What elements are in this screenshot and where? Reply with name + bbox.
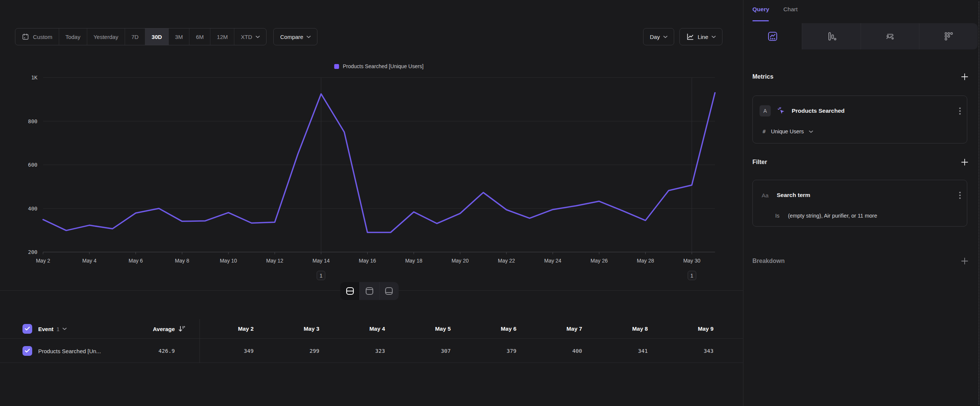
text-property-badge: Aa [759, 192, 771, 199]
add-metric-button[interactable] [961, 73, 969, 81]
legend-label: Products Searched [Unique Users] [343, 63, 424, 69]
select-all-checkbox[interactable] [22, 324, 32, 334]
split-view-button[interactable] [340, 282, 360, 300]
column-header: May 9 [660, 319, 725, 338]
filter-card-row: Aa Search term [759, 189, 961, 201]
toolbar: Custom Today Yesterday 7D 30D 3M 6M 12M … [15, 28, 722, 45]
retention-chart-tab[interactable] [919, 23, 978, 49]
metric-name: Products Searched [792, 107, 845, 114]
filter-operator: Is [775, 213, 783, 219]
line-chart-square-icon [767, 31, 778, 42]
sort-descending-icon[interactable] [178, 325, 185, 332]
cell-value: 307 [397, 339, 463, 363]
metric-letter-badge: A [759, 105, 771, 116]
kebab-menu-icon[interactable] [959, 191, 961, 199]
table-only-view-button[interactable] [379, 282, 399, 300]
svg-text:May 2: May 2 [36, 258, 50, 264]
filter-heading: Filter [752, 159, 767, 166]
chart-legend[interactable]: Products Searched [Unique Users] [334, 63, 424, 69]
chevron-down-icon [712, 36, 716, 38]
date-range-segmented-control: Custom Today Yesterday 7D 30D 3M 6M 12M … [15, 28, 267, 45]
toolbar-right-group: Day Line [643, 28, 722, 45]
journeys-chart-tab[interactable] [861, 23, 920, 49]
column-header: May 4 [331, 319, 397, 338]
filter-card[interactable]: Aa Search term Is (empty string), Air pu… [752, 180, 967, 227]
svg-text:May 8: May 8 [175, 258, 189, 264]
panel-tabs: Query Chart [752, 6, 798, 13]
range-3m-button[interactable]: 3M [169, 29, 190, 45]
range-30d-button[interactable]: 30D [145, 29, 169, 45]
date-column-headers: May 2 May 3 May 4 May 5 May 6 May 7 May … [199, 319, 725, 338]
cell-value: 400 [528, 339, 594, 363]
calendar-icon [22, 33, 29, 40]
cell-value: 343 [660, 339, 725, 363]
annotation-badge[interactable]: 1 [688, 271, 696, 280]
svg-text:May 28: May 28 [637, 258, 654, 264]
range-today-button[interactable]: Today [59, 29, 87, 45]
svg-text:May 10: May 10 [220, 258, 237, 264]
funnel-chart-tab[interactable] [802, 23, 861, 49]
svg-text:May 20: May 20 [452, 258, 469, 264]
query-panel: Query Chart [743, 0, 980, 406]
event-spark-cursor-icon [777, 107, 786, 115]
metric-card[interactable]: A Products Searched # Unique Users [752, 96, 967, 143]
cell-value: 379 [462, 339, 528, 363]
svg-text:May 6: May 6 [129, 258, 143, 264]
filter-condition-row[interactable]: Is (empty string), Air purifier, or 11 m… [775, 211, 877, 221]
range-xtd-button[interactable]: XTD [234, 29, 266, 45]
line-chart-icon [686, 33, 694, 41]
range-7d-button[interactable]: 7D [125, 29, 145, 45]
chart-only-view-button[interactable] [360, 282, 379, 300]
average-column-header[interactable]: Average [112, 325, 175, 332]
cell-value: 299 [266, 339, 331, 363]
measure-symbol: # [762, 129, 765, 134]
row-values: 349 299 323 307 379 400 341 343 [199, 339, 725, 363]
chevron-down-icon [809, 131, 813, 133]
bottom-panel-icon [384, 286, 394, 296]
main-area: Custom Today Yesterday 7D 30D 3M 6M 12M … [0, 0, 743, 406]
compare-button[interactable]: Compare [273, 28, 317, 45]
column-header: May 5 [397, 319, 463, 338]
chart-type-strip [743, 23, 978, 49]
range-yesterday-button[interactable]: Yesterday [87, 29, 125, 45]
column-header: May 8 [594, 319, 660, 338]
filter-property-name: Search term [777, 192, 810, 199]
measure-label: Unique Users [771, 129, 804, 134]
tab-chart[interactable]: Chart [783, 6, 798, 13]
event-count: 1 [57, 325, 59, 332]
panel-scrollbar[interactable] [978, 2, 979, 404]
breakdown-heading: Breakdown [752, 258, 784, 264]
tab-query[interactable]: Query [752, 6, 769, 13]
chevron-down-icon [663, 36, 667, 38]
table-row: Products Searched [Un... 426.9 349 299 3… [0, 339, 743, 363]
column-header: May 6 [462, 319, 528, 338]
column-header: May 2 [199, 319, 266, 338]
average-value: 426.9 [112, 348, 175, 354]
range-12m-button[interactable]: 12M [210, 29, 234, 45]
measure-row[interactable]: # Unique Users [762, 127, 813, 136]
annotation-badge[interactable]: 1 [317, 271, 325, 280]
retention-dots-icon [943, 31, 954, 42]
chevron-down-icon [307, 36, 311, 38]
table-header: Event 1 Average May 2 May 3 May 4 May 5 … [0, 319, 743, 339]
chart-type-dropdown[interactable]: Line [679, 28, 722, 45]
event-column-header[interactable]: Event 1 [38, 325, 67, 332]
svg-text:800: 800 [28, 118, 37, 124]
series-name[interactable]: Products Searched [Un... [38, 347, 101, 354]
add-breakdown-button[interactable] [961, 257, 969, 265]
add-filter-button[interactable] [961, 158, 969, 166]
column-header: May 7 [528, 319, 594, 338]
segmentation-chart-tab[interactable] [743, 23, 802, 49]
column-header: May 3 [266, 319, 331, 338]
range-custom-button[interactable]: Custom [15, 29, 59, 45]
row-checkbox[interactable] [22, 346, 32, 356]
kebab-menu-icon[interactable] [959, 107, 961, 115]
svg-text:May 18: May 18 [405, 258, 422, 264]
granularity-dropdown[interactable]: Day [643, 28, 674, 45]
legend-swatch [334, 64, 339, 69]
table-column-separator [199, 319, 200, 363]
svg-text:May 4: May 4 [82, 258, 97, 264]
range-6m-button[interactable]: 6M [189, 29, 210, 45]
svg-text:May 24: May 24 [544, 258, 562, 264]
chevron-down-icon [62, 327, 67, 330]
